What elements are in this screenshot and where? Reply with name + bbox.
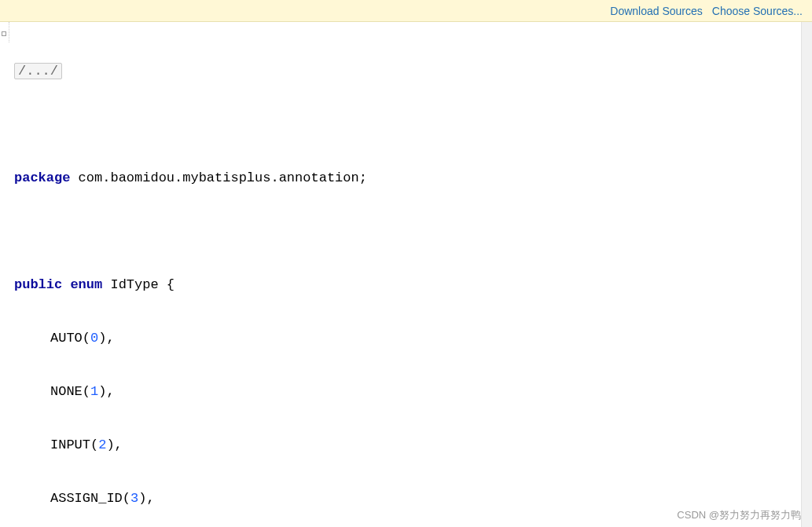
literal-1: 1: [90, 384, 98, 399]
literal-2: 2: [98, 437, 106, 452]
watermark-text: CSDN @努力努力再努力鸭: [677, 508, 801, 522]
enum-input: INPUT(: [50, 437, 98, 452]
choose-sources-link[interactable]: Choose Sources...: [712, 5, 803, 17]
enum-none: NONE(: [50, 384, 90, 399]
package-name: com.baomidou.mybatisplus.annotation;: [70, 170, 366, 185]
notification-banner: Download Sources Choose Sources...: [0, 0, 812, 22]
enum-assign-id: ASSIGN_ID(: [50, 491, 130, 506]
fold-toggle-icon[interactable]: [2, 31, 6, 36]
folded-region[interactable]: /.../: [14, 63, 62, 79]
literal-3a: 3: [130, 491, 138, 506]
download-sources-link[interactable]: Download Sources: [610, 5, 703, 17]
keyword-package: package: [14, 170, 70, 185]
class-name: IdType {: [102, 277, 175, 292]
literal-0: 0: [90, 331, 98, 346]
vertical-scrollbar[interactable]: [801, 22, 812, 527]
enum-auto: AUTO(: [50, 331, 90, 346]
keyword-public: public: [14, 277, 62, 292]
keyword-enum: enum: [70, 277, 102, 292]
code-editor[interactable]: /.../ package com.baomidou.mybatisplus.a…: [0, 22, 812, 527]
